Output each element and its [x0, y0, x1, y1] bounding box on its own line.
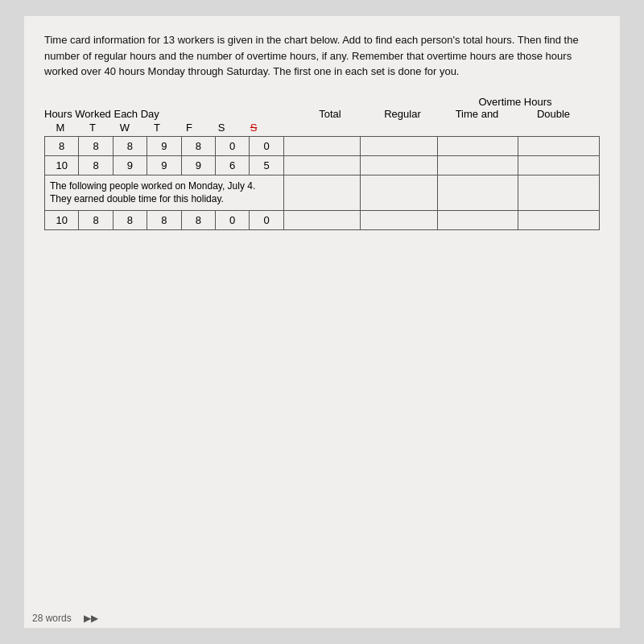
cell-r4-s2: 0	[250, 211, 283, 230]
cell-r1-s2: 0	[250, 136, 283, 155]
cell-r4-s1: 0	[215, 211, 249, 230]
table-row: 10 8 9 9 9 6 5	[45, 155, 600, 175]
day-label-t2: T	[141, 122, 173, 134]
day-label-s1: S	[205, 122, 237, 134]
cell-r4-total[interactable]	[283, 211, 360, 230]
cell-r4-t2: 8	[147, 211, 181, 230]
cell-r4-double[interactable]	[518, 211, 600, 230]
total-header: Total	[294, 108, 366, 120]
day-labels: M T W T F S S	[44, 122, 294, 134]
regular-header: Regular	[366, 108, 439, 120]
cell-r2-m: 10	[45, 155, 79, 175]
cell-r2-t1: 8	[79, 155, 113, 175]
days-header: Hours Worked Each Day	[44, 108, 294, 120]
cell-r4-w: 8	[113, 211, 147, 230]
cell-note-regular[interactable]	[361, 175, 437, 211]
day-labels-row: M T W T F S S	[44, 122, 600, 134]
cell-r2-s1: 6	[215, 155, 249, 175]
timeand-header: Time and	[439, 108, 515, 120]
word-count: 28 words	[32, 613, 72, 624]
cell-r1-f: 8	[181, 136, 215, 155]
cell-r2-t2: 9	[147, 155, 181, 175]
cell-r2-w: 9	[113, 155, 147, 175]
table-row: 10 8 8 8 8 0 0	[45, 211, 600, 230]
day-label-w: W	[109, 122, 141, 134]
bottom-action[interactable]: ▶▶	[84, 613, 98, 624]
page: Time card information for 13 workers is …	[24, 16, 620, 628]
cell-r1-double[interactable]	[518, 136, 600, 155]
cell-r2-regular[interactable]	[361, 155, 437, 175]
table-section: Hours Worked Each Day Total Regular Over…	[44, 96, 600, 231]
cell-r2-s2: 5	[250, 155, 283, 175]
double-header: Double	[515, 108, 592, 120]
day-label-s2: S	[237, 122, 270, 134]
cell-note-total[interactable]	[283, 175, 360, 211]
cell-note-double[interactable]	[518, 175, 600, 211]
overtime-group: Overtime Hours Time and Double	[439, 96, 592, 120]
cell-note-timeand[interactable]	[437, 175, 518, 211]
header-top: Hours Worked Each Day Total Regular Over…	[44, 96, 600, 120]
cell-r4-t1: 8	[79, 211, 113, 230]
cell-r2-double[interactable]	[518, 155, 600, 175]
cell-r4-f: 8	[181, 211, 215, 230]
cell-r1-m: 8	[45, 136, 79, 155]
description-text: Time card information for 13 workers is …	[44, 32, 600, 80]
cell-r1-t1: 8	[79, 136, 113, 155]
cell-r2-timeand[interactable]	[437, 155, 518, 175]
cell-r4-regular[interactable]	[361, 211, 437, 230]
cell-r1-timeand[interactable]	[437, 136, 518, 155]
cell-r4-m: 10	[45, 211, 79, 230]
bottom-bar: 28 words ▶▶	[32, 613, 98, 624]
cell-r1-t2: 9	[147, 136, 181, 155]
cell-r2-f: 9	[181, 155, 215, 175]
table-row: 8 8 8 9 8 0 0	[45, 136, 600, 155]
cell-r4-timeand[interactable]	[437, 211, 518, 230]
cell-r1-regular[interactable]	[361, 136, 437, 155]
cell-r1-total[interactable]	[283, 136, 360, 155]
main-table: 8 8 8 9 8 0 0 10 8 9 9 9 6 5	[44, 136, 600, 231]
day-label-t1: T	[76, 122, 109, 134]
day-label-f: F	[173, 122, 205, 134]
cell-r2-total[interactable]	[283, 155, 360, 175]
day-label-m: M	[44, 122, 76, 134]
cell-r1-s1: 0	[215, 136, 249, 155]
table-row-note: The following people worked on Monday, J…	[45, 175, 600, 211]
overtime-title: Overtime Hours	[439, 96, 592, 108]
overtime-sub: Time and Double	[439, 108, 592, 120]
note-cell: The following people worked on Monday, J…	[45, 175, 284, 211]
cell-r1-w: 8	[113, 136, 147, 155]
